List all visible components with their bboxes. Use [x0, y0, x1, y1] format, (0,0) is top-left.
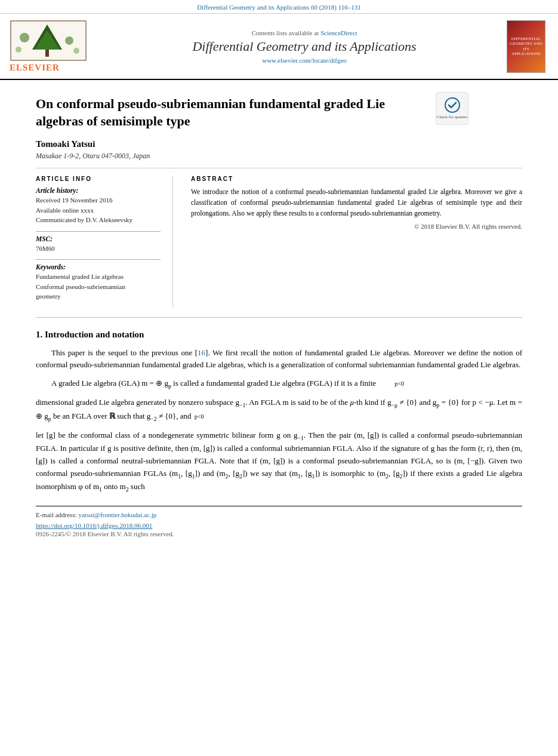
ref-16[interactable]: 16 — [198, 348, 205, 357]
publisher-logo-area: ELSEVIER — [10, 20, 102, 73]
title-badge-row: On conformal pseudo-subriemannian fundam… — [36, 90, 522, 139]
keywords-group: Keywords: Fundamental graded Lie algebra… — [36, 263, 161, 302]
abstract-panel: ABSTRACT We introduce the notion of a co… — [191, 176, 522, 308]
section1-para1: This paper is the sequel to the previous… — [36, 347, 522, 372]
issn-text: 0926-2245/© 2018 Elsevier B.V. All right… — [36, 530, 522, 537]
msc-value: 76M60 — [36, 244, 161, 254]
keyword-2: Conformal pseudo-subriemannian — [36, 282, 161, 292]
journal-name-title: Differential Geometry and its Applicatio… — [108, 39, 501, 54]
svg-point-6 — [16, 47, 21, 53]
keywords-label: Keywords: — [36, 263, 161, 271]
contents-available-line: Contents lists available at ScienceDirec… — [108, 29, 501, 36]
and-text-2: and — [203, 469, 214, 478]
and-text: and — [180, 411, 192, 420]
svg-point-4 — [20, 33, 29, 42]
article-history-group: Article history: Received 19 November 20… — [36, 187, 161, 225]
section1-para3: dimensional graded Lie algebra generated… — [36, 397, 522, 423]
received-date: Received 19 November 2016 — [36, 195, 161, 205]
journal-cover-area: DIFFERENTIAL GEOMETRY AND ITS APPLICATIO… — [507, 20, 548, 73]
journal-title-area: Contents lists available at ScienceDirec… — [108, 29, 501, 64]
sciencedirect-link[interactable]: ScienceDirect — [320, 29, 357, 36]
title-divider — [36, 168, 522, 168]
author-affiliation: Masakae 1-9-2, Otaru 047-0003, Japan — [36, 152, 522, 161]
available-online: Available online xxxx — [36, 205, 161, 216]
article-info-panel: ARTICLE INFO Article history: Received 1… — [36, 176, 173, 308]
section1-heading: 1. Introduction and notation — [36, 330, 522, 340]
email-label: E-mail address: — [36, 511, 77, 518]
journal-url-text[interactable]: www.elsevier.com/locate/difgeo — [108, 57, 501, 64]
cover-title-text: DIFFERENTIAL GEOMETRY AND ITS APPLICATIO… — [510, 36, 542, 57]
elsevier-wordmark: ELSEVIER — [10, 63, 60, 73]
elsevier-logo: ELSEVIER — [10, 20, 102, 73]
doi-link[interactable]: https://doi.org/10.1016/j.difgeo.2018.06… — [36, 522, 522, 529]
keyword-1: Fundamental graded Lie algebras — [36, 272, 161, 282]
svg-point-8 — [445, 98, 460, 112]
communicated-by: Communicated by D.V. Alekseevsky — [36, 215, 161, 225]
article-info-title: ARTICLE INFO — [36, 176, 161, 182]
check-updates-icon — [444, 97, 461, 113]
svg-rect-1 — [45, 48, 49, 57]
keyword-3: geometry — [36, 291, 161, 302]
email-link[interactable]: yatsui@frontier.hokudai.ac.jp — [78, 511, 156, 518]
journal-citation-bar: Differential Geometry and its Applicatio… — [0, 0, 558, 14]
check-for-updates-badge: Check for updates — [436, 92, 468, 125]
msc-group: MSC: 76M60 — [36, 235, 161, 254]
footnote-section: E-mail address: yatsui@frontier.hokudai.… — [36, 506, 522, 537]
elsevier-logo-image — [10, 20, 87, 62]
copyright-text: © 2018 Elsevier B.V. All rights reserved… — [191, 223, 522, 230]
svg-point-7 — [73, 48, 79, 54]
abstract-text: We introduce the notion of a conformal p… — [191, 187, 522, 219]
msc-label: MSC: — [36, 235, 161, 242]
author-name: Tomoaki Yatsui — [36, 139, 522, 149]
history-label: Article history: — [36, 187, 161, 194]
svg-point-5 — [65, 36, 73, 45]
abstract-body-divider — [36, 317, 522, 318]
info-divider1 — [36, 231, 161, 232]
contents-available-text: Contents lists available at — [251, 29, 319, 36]
info-divider2 — [36, 259, 161, 260]
section1-para4: let [g] be the conformal class of a nond… — [36, 429, 522, 494]
journal-citation-text: Differential Geometry and its Applicatio… — [197, 4, 361, 11]
journal-cover-image: DIFFERENTIAL GEOMETRY AND ITS APPLICATIO… — [507, 20, 545, 73]
abstract-title: ABSTRACT — [191, 176, 522, 182]
journal-header: ELSEVIER Contents lists available at Sci… — [0, 14, 558, 80]
section1-para2: A graded Lie algebra (GLA) m = ⊕ gp is c… — [36, 377, 522, 391]
article-title: On conformal pseudo-subriemannian fundam… — [36, 96, 424, 130]
check-badge-label: Check for updates — [437, 115, 467, 119]
info-abstract-section: ARTICLE INFO Article history: Received 1… — [36, 176, 522, 308]
main-content-area: On conformal pseudo-subriemannian fundam… — [0, 80, 558, 549]
footnote-email-line: E-mail address: yatsui@frontier.hokudai.… — [36, 511, 522, 518]
